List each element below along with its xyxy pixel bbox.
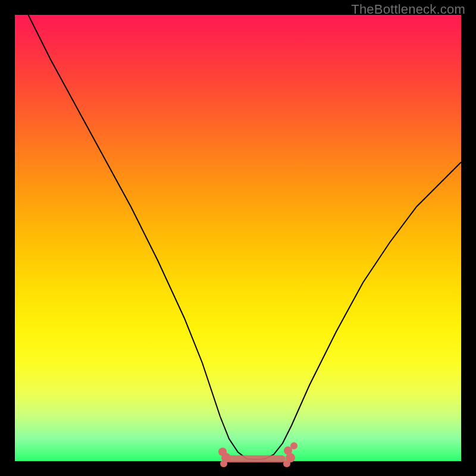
svg-point-3 — [220, 460, 227, 467]
svg-rect-0 — [226, 455, 286, 462]
chart-frame: TheBottleneck.com — [0, 0, 476, 476]
bottleneck-curve — [29, 15, 462, 459]
chart-svg — [15, 15, 461, 461]
bottom-marker-cluster — [218, 442, 298, 467]
plot-area — [15, 15, 461, 461]
svg-point-6 — [283, 460, 290, 467]
svg-point-7 — [290, 442, 298, 449]
